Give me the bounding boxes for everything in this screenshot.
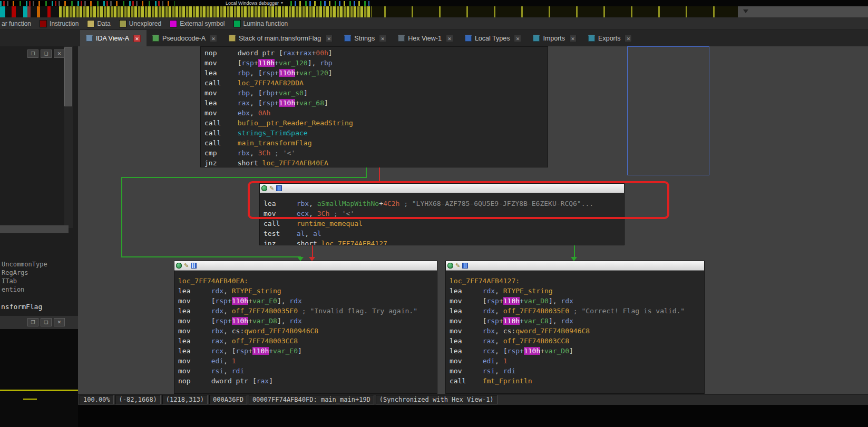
asm-line[interactable]: mov rsi, rdi — [178, 366, 437, 376]
asm-line[interactable]: mov edi, 1 — [178, 356, 437, 366]
close-tab-icon[interactable]: ✕ — [325, 35, 333, 42]
block-invalid-flag[interactable]: ✎loc_7FF74AFB40EA:lea rdx, RTYPE_stringm… — [174, 261, 437, 394]
asm-line[interactable]: call runtime_memequal — [264, 219, 624, 229]
basic-block-outline[interactable] — [627, 46, 709, 175]
tab-pseudocode-a[interactable]: Pseudocode-A✕ — [147, 30, 223, 46]
panel-close-button[interactable]: ✕ — [54, 318, 65, 326]
close-tab-icon[interactable]: ✕ — [210, 35, 217, 42]
asm-line[interactable]: loc_7FF74AFB40EA: — [178, 276, 437, 286]
edge-arrow-red-icon — [309, 257, 315, 261]
asm-line[interactable]: lea rdx, off_7FF74B0035E0 ; "Correct! Fl… — [450, 306, 704, 316]
toolbar-icons-right[interactable] — [290, 1, 369, 6]
sidebar-symbol-item[interactable]: ention — [2, 285, 47, 294]
asm-line[interactable]: lea rbp, [rsp+110h+var_120] — [204, 68, 548, 78]
chart-icon[interactable] — [191, 263, 197, 269]
block-entry[interactable]: nop dword ptr [rax+rax+00h]mov [rsp+110h… — [200, 46, 548, 167]
sidebar-scrollbar-thumb[interactable] — [64, 47, 72, 106]
asm-line[interactable]: lea rax, off_7FF74B003CC8 — [450, 336, 704, 346]
close-tab-icon[interactable]: ✕ — [133, 35, 141, 42]
asm-line[interactable]: lea rcx, [rsp+110h+var_E0] — [178, 346, 437, 356]
legend-item: Data — [87, 20, 110, 27]
asm-line[interactable]: call fmt_Fprintln — [450, 376, 704, 386]
asm-line[interactable]: call bufio__ptr_Reader_ReadString — [204, 118, 548, 128]
asm-line[interactable]: jnz short loc_7FF74AFB4127 — [264, 239, 624, 245]
asm-line[interactable]: nop dword ptr [rax] — [178, 376, 437, 386]
close-tab-icon[interactable]: ✕ — [569, 35, 577, 42]
asm-line[interactable]: lea rax, off_7FF74B003CC8 — [178, 336, 437, 346]
nav-scroll-arrow-icon[interactable] — [743, 9, 748, 13]
close-tab-icon[interactable]: ✕ — [625, 35, 632, 42]
tab-imports[interactable]: Imports✕ — [527, 30, 582, 46]
block-header: ✎ — [446, 261, 704, 271]
stack-icon — [229, 35, 236, 42]
asm-line[interactable]: loc_7FF74AFB4127: — [450, 276, 704, 286]
graph-canvas[interactable]: nop dword ptr [rax+rax+00h]mov [rsp+110h… — [78, 46, 868, 394]
asm-line[interactable]: mov rsi, rdi — [450, 366, 704, 376]
asm-line[interactable]: lea rcx, [rsp+110h+var_D0] — [450, 346, 704, 356]
tab-exports[interactable]: Exports✕ — [582, 30, 638, 46]
panel-close-button[interactable]: ✕ — [54, 49, 65, 58]
globe-icon[interactable] — [176, 263, 182, 269]
asm-line[interactable]: call main_transformFlag — [204, 138, 548, 148]
asm-line[interactable]: mov rbp, [rbp+var_s0] — [204, 88, 548, 98]
asm-line[interactable]: mov [rsp+110h+var_120], rbp — [204, 58, 548, 68]
asm-line[interactable]: mov ebx, 0Ah — [204, 108, 548, 118]
asm-line[interactable]: lea rdx, RTYPE_string — [178, 286, 437, 296]
sidebar-symbol-item[interactable]: ITab — [2, 277, 47, 285]
close-tab-icon[interactable]: ✕ — [379, 35, 386, 42]
tab-ida-view-a[interactable]: IDA View-A✕ — [80, 30, 147, 46]
legend-label: Lumina function — [243, 20, 288, 27]
panel-float-button[interactable]: ❏ — [41, 318, 52, 326]
panel-maximize-button[interactable]: ❐ — [27, 49, 38, 58]
edit-icon[interactable]: ✎ — [455, 263, 460, 269]
output-area — [78, 405, 868, 427]
asm-line[interactable]: jnz short loc_7FF74AFB40EA — [204, 158, 548, 167]
asm-line[interactable]: mov [rsp+110h+var_E0], rdx — [178, 296, 437, 306]
asm-line[interactable]: mov [rsp+110h+var_D0], rdx — [450, 296, 704, 306]
graph-overview-panel[interactable] — [0, 329, 78, 394]
globe-icon[interactable] — [447, 263, 453, 269]
edge-red-to-invalid — [312, 245, 313, 257]
tab-strings[interactable]: Strings✕ — [338, 30, 392, 46]
tab-stack-of-main-transformflag[interactable]: Stack of main.transformFlag✕ — [223, 30, 338, 46]
navigation-band[interactable] — [0, 6, 868, 18]
panel-maximize-button[interactable]: ❐ — [27, 318, 38, 326]
close-tab-icon[interactable]: ✕ — [514, 35, 521, 42]
asm-line[interactable]: call strings_TrimSpace — [204, 128, 548, 138]
asm-line[interactable]: lea rax, [rsp+110h+var_68] — [204, 98, 548, 108]
panel-float-button[interactable]: ❏ — [41, 49, 52, 58]
imports-icon — [533, 35, 540, 42]
panel-titlebar-buttons-bottom: ❐ ❏ ✕ — [27, 318, 65, 326]
asm-line[interactable]: mov [rsp+110h+var_C8], rdx — [450, 316, 704, 326]
tab-local-types[interactable]: Local Types✕ — [459, 30, 527, 46]
asm-line[interactable]: test al, al — [264, 229, 624, 239]
close-tab-icon[interactable]: ✕ — [446, 35, 453, 42]
edge-green-from-entry — [121, 177, 122, 257]
legend-label: External symbol — [180, 20, 225, 27]
asm-line[interactable]: cmp rbx, 3Ch ; '<' — [204, 148, 548, 158]
asm-line[interactable]: mov rbx, cs:qword_7FF74B0946C8 — [178, 326, 437, 336]
edit-icon[interactable]: ✎ — [184, 263, 189, 269]
legend-label: Instruction — [50, 20, 79, 27]
sidebar-highlight-item[interactable]: nsformFlag — [0, 302, 78, 312]
sidebar-symbol-item[interactable]: RegArgs — [2, 269, 47, 277]
asm-line[interactable]: mov rbx, cs:qword_7FF74B0946C8 — [450, 326, 704, 336]
tab-hex-view-1[interactable]: Hex View-1✕ — [392, 30, 459, 46]
debugger-selector[interactable]: Local Windows debugger ▾ — [226, 1, 283, 6]
sidebar-symbol-list: UncommonTypeRegArgsITabention — [2, 260, 47, 294]
asm-line[interactable]: nop dword ptr [rax+rax+00h] — [204, 48, 548, 58]
sidebar-splitter[interactable] — [0, 225, 69, 233]
block-valid-flag[interactable]: ✎loc_7FF74AFB4127:lea rdx, RTYPE_stringm… — [445, 261, 705, 394]
asm-line[interactable]: lea rdx, off_7FF74B0035F0 ; "Invalid fla… — [178, 306, 437, 316]
chart-icon[interactable] — [462, 263, 468, 269]
legend-item: Instruction — [40, 20, 79, 27]
asm-line[interactable]: mov edi, 1 — [450, 356, 704, 366]
asm-line[interactable]: mov [rsp+110h+var_D8], rdx — [178, 316, 437, 326]
asm-line[interactable]: lea rdx, RTYPE_string — [450, 286, 704, 296]
edge-red-fallthrough — [379, 167, 380, 182]
sidebar-symbol-item[interactable]: UncommonType — [2, 260, 47, 269]
asm-line[interactable]: call loc_7FF74AF82DDA — [204, 78, 548, 88]
tab-label: Hex View-1 — [408, 35, 442, 42]
toolbar-icons-left[interactable] — [0, 1, 175, 6]
status-cursor-coords: (1218,313) — [162, 395, 208, 404]
